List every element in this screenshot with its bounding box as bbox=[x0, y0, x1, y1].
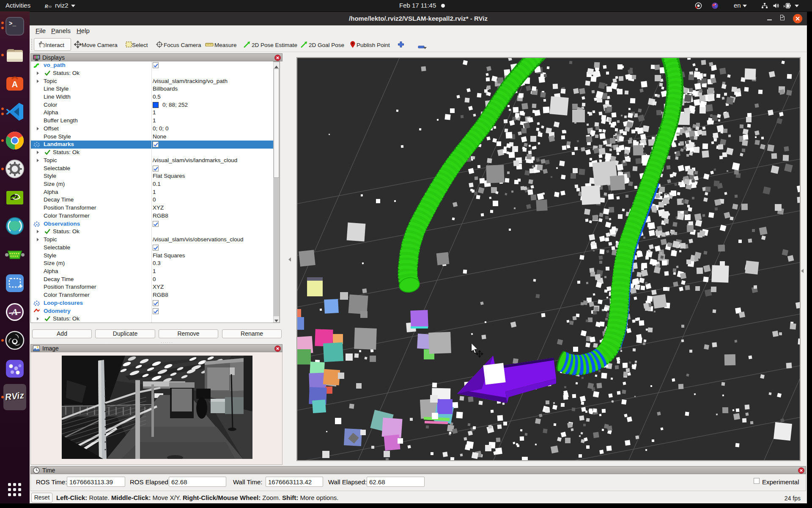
svg-text:A: A bbox=[11, 306, 18, 317]
svg-text:R: R bbox=[45, 4, 48, 9]
svg-text:>_: >_ bbox=[9, 20, 16, 27]
svg-text:Vz: Vz bbox=[48, 5, 52, 8]
svg-text:A: A bbox=[12, 80, 18, 89]
